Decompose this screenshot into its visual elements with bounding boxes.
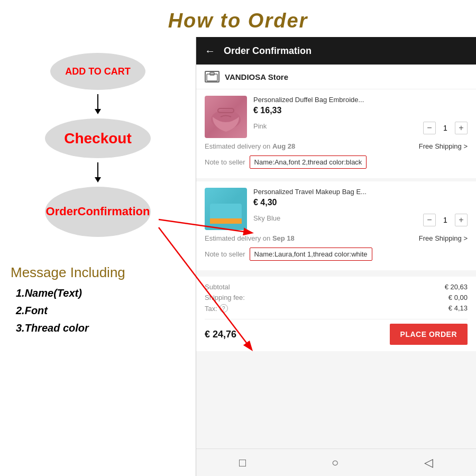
product-price-1: € 16,33	[253, 106, 468, 115]
note-label-2: Note to seller	[205, 250, 245, 258]
product-info-2: Personalized Travel Makeup Bag E... € 4,…	[253, 188, 468, 226]
place-order-button[interactable]: PLACE ORDER	[390, 324, 468, 345]
total-amount: € 24,76	[205, 329, 236, 340]
header-title: Order Confirmation	[224, 45, 312, 57]
note-label-1: Note to seller	[205, 158, 245, 166]
total-row: € 24,76 PLACE ORDER	[205, 319, 468, 345]
phone-nav-bar: □ ○ ◁	[196, 448, 476, 476]
delivery-row-2: Estimated delivery on Sep 18 Free Shippi…	[205, 230, 468, 244]
qty-controls-1: − 1 +	[423, 122, 468, 134]
shipping-value: € 0,00	[448, 294, 468, 301]
phone-content: VANDIOSA Store	[196, 65, 476, 448]
free-shipping-2[interactable]: Free Shipping >	[419, 234, 468, 242]
arrow2	[97, 162, 98, 178]
shipping-row: Shipping fee: € 0,00	[205, 294, 468, 301]
product-row-1: Personalized Duffel Bag Embroide... € 16…	[205, 96, 468, 138]
product-image-1	[205, 96, 247, 138]
subtotal-label: Subtotal	[205, 283, 230, 291]
free-shipping-1[interactable]: Free Shipping >	[419, 142, 468, 150]
product-info-1: Personalized Duffel Bag Embroide... € 16…	[253, 96, 468, 134]
note-row-2: Note to seller Name:Laura,font 1,thread …	[205, 244, 468, 264]
note-value-2[interactable]: Name:Laura,font 1,thread color:white	[250, 248, 372, 261]
qty-plus-2[interactable]: +	[455, 214, 468, 226]
pouch-image	[205, 188, 247, 230]
note-value-1[interactable]: Name:Ana,font 2,thread color:black	[250, 155, 367, 169]
delivery-text-1: Estimated delivery on Aug 28	[205, 142, 295, 150]
back-button[interactable]: ←	[205, 45, 215, 57]
qty-value-1: 1	[441, 124, 450, 132]
product-name-1: Personalized Duffel Bag Embroide...	[253, 96, 468, 104]
tax-info-icon[interactable]: ?	[219, 304, 228, 313]
nav-circle-icon[interactable]: ○	[332, 456, 338, 470]
product-name-2: Personalized Travel Makeup Bag E...	[253, 188, 468, 196]
store-icon	[205, 71, 219, 83]
delivery-date-2: Sep 18	[272, 234, 295, 242]
product-image-2	[205, 188, 247, 230]
phone-header: ← Order Confirmation	[196, 37, 476, 65]
product-card-2: Personalized Travel Makeup Bag E... € 4,…	[196, 181, 476, 273]
product-variant-1: Pink	[253, 122, 267, 130]
qty-value-2: 1	[441, 216, 450, 224]
product-row-2: Personalized Travel Makeup Bag E... € 4,…	[205, 188, 468, 230]
nav-home-icon[interactable]: □	[239, 456, 246, 470]
store-name: VANDIOSA Store	[225, 72, 288, 81]
tax-row: Tax: ? € 4,13	[205, 304, 468, 313]
step3-line1: Order	[46, 205, 78, 218]
right-panel: ← Order Confirmation VANDIOSA Store	[196, 37, 476, 476]
step3-line2: Confirmation	[78, 205, 150, 218]
product-variant-2: Sky Blue	[253, 214, 280, 222]
note-row-1: Note to seller Name:Ana,font 2,thread co…	[205, 152, 468, 172]
nav-back-icon[interactable]: ◁	[424, 456, 433, 470]
step2-oval: Checkout	[45, 118, 151, 158]
subtotal-value: € 20,63	[445, 283, 468, 291]
qty-controls-2: − 1 +	[423, 214, 468, 226]
store-header: VANDIOSA Store	[196, 65, 476, 89]
tax-value: € 4,13	[448, 304, 468, 313]
delivery-date-1: Aug 28	[272, 142, 295, 150]
message-title: Message Including	[11, 264, 125, 281]
page-title: How to Order	[0, 0, 476, 38]
qty-minus-2[interactable]: −	[423, 214, 436, 226]
delivery-row-1: Estimated delivery on Aug 28 Free Shippi…	[205, 138, 468, 152]
message-item-2: 2.Font	[16, 305, 125, 317]
arrow1	[97, 94, 98, 110]
subtotal-row: Subtotal € 20,63	[205, 283, 468, 291]
qty-plus-1[interactable]: +	[455, 122, 468, 134]
order-summary: Subtotal € 20,63 Shipping fee: € 0,00 Ta…	[196, 277, 476, 351]
step3-oval: Order Confirmation	[45, 187, 151, 237]
delivery-text-2: Estimated delivery on Sep 18	[205, 234, 295, 242]
tax-label: Tax: ?	[205, 304, 228, 313]
shipping-label: Shipping fee:	[205, 294, 245, 301]
svg-rect-6	[210, 221, 242, 224]
step1-oval: ADD TO CART	[50, 53, 145, 90]
flow-diagram: ADD TO CART Checkout Order Confirmation	[0, 37, 196, 237]
product-price-2: € 4,30	[253, 198, 468, 207]
phone-screen: ← Order Confirmation VANDIOSA Store	[196, 37, 476, 476]
message-item-3: 3.Thread color	[16, 322, 125, 334]
left-panel: ADD TO CART Checkout Order Confirmation …	[0, 37, 196, 476]
message-item-1: 1.Name(Text)	[16, 287, 125, 299]
qty-minus-1[interactable]: −	[423, 122, 436, 134]
bag-image	[205, 96, 247, 138]
message-section: Message Including 1.Name(Text) 2.Font 3.…	[11, 264, 125, 340]
message-list: 1.Name(Text) 2.Font 3.Thread color	[11, 287, 125, 334]
product-card-1: Personalized Duffel Bag Embroide... € 16…	[196, 89, 476, 181]
